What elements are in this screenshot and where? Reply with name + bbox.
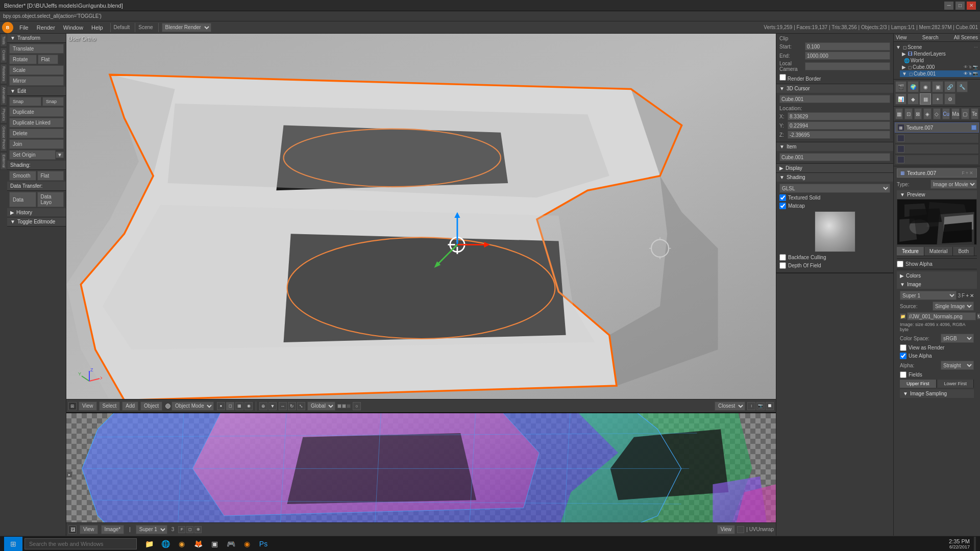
data-layo-button[interactable]: Data Layo bbox=[37, 192, 64, 207]
close-button[interactable]: ✕ bbox=[967, 2, 976, 10]
rotate-icon[interactable]: ↻ bbox=[288, 402, 296, 410]
physics-props-btn[interactable]: ⚙ bbox=[944, 93, 955, 105]
image-header[interactable]: ▼ Image bbox=[897, 280, 977, 289]
scene-props-btn[interactable]: 🌍 bbox=[908, 81, 919, 92]
tree-renderlayers-item[interactable]: ▶ 🎞 RenderLayers bbox=[900, 51, 980, 57]
object-menu[interactable]: Object bbox=[140, 402, 162, 411]
x-input[interactable] bbox=[788, 112, 890, 120]
shading-header[interactable]: ▼ Shading bbox=[776, 173, 893, 182]
view-as-render-cb[interactable] bbox=[900, 344, 906, 351]
clip-start-input[interactable] bbox=[805, 42, 890, 51]
particle-props-btn[interactable]: ✦ bbox=[932, 93, 943, 105]
pointer-icon2[interactable]: 🖱 bbox=[968, 71, 972, 76]
taskbar-explorer[interactable]: 📁 bbox=[142, 537, 156, 551]
set-origin-button[interactable]: Set Origin bbox=[9, 150, 56, 160]
z-input[interactable] bbox=[788, 131, 890, 139]
proportional-btn[interactable]: ○ bbox=[353, 402, 361, 410]
uv-icon-3[interactable]: ⊕ bbox=[194, 526, 202, 533]
textured-solid-checkbox[interactable] bbox=[779, 194, 786, 201]
solid-mode-btn[interactable]: ● bbox=[217, 402, 225, 410]
item-name-input[interactable] bbox=[779, 153, 890, 161]
layer-btn[interactable] bbox=[342, 404, 346, 408]
add-menu[interactable]: Add bbox=[122, 402, 138, 411]
minimize-button[interactable]: ─ bbox=[944, 2, 953, 10]
scene-options[interactable]: ⋯ bbox=[974, 45, 978, 49]
alpha-select[interactable]: Straight bbox=[941, 361, 974, 370]
smooth-button[interactable]: Smooth bbox=[9, 171, 36, 181]
uv-image-btn[interactable]: Image* bbox=[101, 525, 125, 534]
external-tab[interactable]: External bbox=[0, 152, 7, 170]
scale-button[interactable]: Scale bbox=[9, 65, 64, 75]
image-del[interactable]: ✕ bbox=[970, 293, 974, 298]
taskbar-blender[interactable]: ◉ bbox=[240, 537, 254, 551]
duplicate-linked-button[interactable]: Duplicate Linked bbox=[9, 118, 64, 128]
texture-slot-3[interactable] bbox=[895, 144, 979, 154]
use-alpha-cb[interactable] bbox=[900, 353, 906, 359]
object-props-btn[interactable]: ▣ bbox=[932, 81, 943, 92]
tex-slot-icon-4[interactable]: ◈ bbox=[923, 108, 931, 119]
relations-tab[interactable]: Relations bbox=[0, 64, 7, 84]
uv-icon-2[interactable]: ◻ bbox=[186, 526, 193, 533]
dof-checkbox[interactable] bbox=[779, 262, 786, 269]
matcap-checkbox[interactable] bbox=[779, 203, 786, 209]
join-button[interactable]: Join bbox=[9, 139, 64, 149]
texture-slot-4[interactable] bbox=[895, 155, 979, 165]
animation-tab[interactable]: Animation bbox=[0, 85, 7, 106]
texture-slot-active[interactable]: ▦ Texture.007 bbox=[895, 122, 979, 133]
tex-slot-icon-1[interactable]: ▦ bbox=[895, 108, 903, 119]
fields-cb[interactable] bbox=[900, 371, 906, 378]
tree-scene-item[interactable]: ▼ ◻ Scene ⋯ bbox=[894, 44, 980, 51]
texture-props-btn[interactable]: ▦ bbox=[920, 93, 931, 105]
taskbar-browser1[interactable]: 🌐 bbox=[158, 537, 173, 551]
view-label[interactable]: View bbox=[896, 35, 907, 40]
snap-options[interactable]: ▼ bbox=[268, 402, 277, 410]
pointer-icon[interactable]: 🖱 bbox=[968, 65, 972, 69]
eye-icon2[interactable]: 👁 bbox=[964, 71, 968, 76]
tex-slot-icon-7[interactable]: Ma bbox=[951, 108, 960, 119]
render-icon[interactable]: 📷 bbox=[973, 65, 978, 69]
flat-rotate-button[interactable]: Flat bbox=[38, 55, 58, 64]
constraint-props-btn[interactable]: 🔗 bbox=[944, 81, 955, 92]
scale-icon[interactable]: ⤡ bbox=[297, 402, 305, 410]
uv-view-right[interactable]: View bbox=[717, 525, 736, 534]
texture-mode-btn[interactable]: ▦ bbox=[235, 402, 243, 410]
cursor-header[interactable]: ▼ 3D Cursor bbox=[776, 84, 893, 93]
uv-panel-indicator[interactable]: ▸ bbox=[66, 471, 72, 478]
rendered-btn[interactable]: ◉ bbox=[244, 402, 253, 410]
taskbar-app1[interactable]: ▣ bbox=[207, 537, 222, 551]
uv-zoom-btn[interactable] bbox=[737, 526, 744, 533]
uv-viewport-type[interactable]: 🖼 bbox=[68, 525, 77, 534]
rotate-button[interactable]: Rotate bbox=[9, 55, 37, 64]
set-origin-dropdown[interactable]: ▼ bbox=[56, 152, 64, 158]
search-input[interactable] bbox=[24, 538, 137, 549]
duplicate-button[interactable]: Duplicate bbox=[9, 107, 64, 117]
preview-header[interactable]: ▼ Preview bbox=[897, 190, 977, 199]
data-button[interactable]: Data bbox=[9, 192, 36, 207]
image-sampling-header[interactable]: ▼ Image Sampling bbox=[900, 389, 974, 398]
uv-canvas[interactable]: ▸ bbox=[66, 413, 776, 536]
viewport-canvas[interactable]: User Ortho X Y Z (1) Cube.001 bbox=[66, 34, 776, 412]
tree-cube001-item[interactable]: ▼ ◻ Cube.001 👁 🖱 📷 bbox=[900, 70, 980, 77]
flat-button[interactable]: Flat bbox=[37, 171, 64, 181]
layer-btn[interactable] bbox=[347, 404, 351, 408]
lower-first-btn[interactable]: Lower First bbox=[938, 380, 974, 388]
taskbar-browser2[interactable]: 🦊 bbox=[191, 537, 205, 551]
all-scenes-label[interactable]: All Scenes bbox=[954, 35, 978, 40]
tree-world-item[interactable]: 🌐 World bbox=[900, 57, 980, 64]
matcap-preview[interactable] bbox=[815, 211, 855, 252]
source-select[interactable]: Single Image bbox=[933, 302, 974, 311]
item-header[interactable]: ▼ Item bbox=[776, 142, 893, 151]
material-tab[interactable]: Material bbox=[924, 247, 953, 256]
tex-slot-icon-8[interactable]: ▢ bbox=[961, 108, 969, 119]
super-select[interactable]: Super 1 bbox=[900, 291, 957, 300]
show-alpha-cb[interactable] bbox=[897, 261, 903, 267]
translate-icon[interactable]: ↔ bbox=[279, 402, 287, 410]
menu-file[interactable]: File bbox=[15, 23, 33, 32]
mirror-button[interactable]: Mirror bbox=[9, 76, 64, 86]
uv-icon-1[interactable]: F bbox=[178, 526, 185, 533]
search-label[interactable]: Search bbox=[922, 35, 939, 40]
y-input[interactable] bbox=[788, 121, 890, 130]
type-select[interactable]: Image or Movie bbox=[930, 180, 977, 189]
tex-add-btn[interactable]: + bbox=[966, 170, 968, 176]
layer-btn[interactable] bbox=[337, 404, 341, 408]
